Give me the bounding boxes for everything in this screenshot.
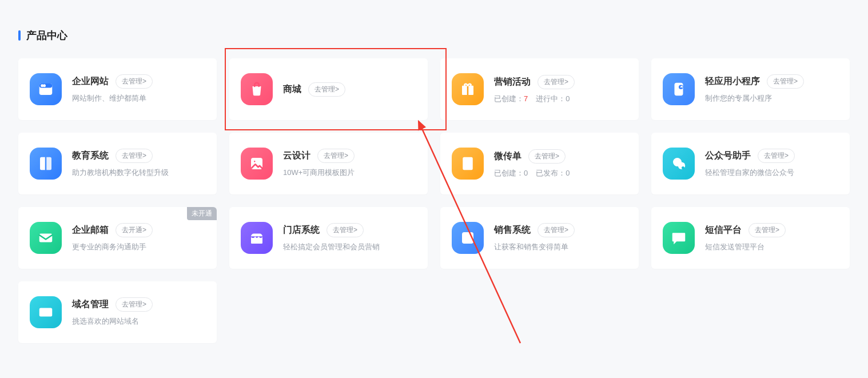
manage-button[interactable]: 去管理>	[317, 149, 355, 163]
card-title: 域名管理	[72, 299, 109, 311]
card-title-row: 门店系统去管理>	[283, 223, 416, 237]
svg-text:W.: W.	[42, 310, 47, 316]
product-card-edu[interactable]: 教育系统去管理>助力教培机构数字化转型升级	[18, 133, 217, 194]
svg-rect-28	[48, 313, 51, 314]
section-title-text: 产品中心	[26, 29, 67, 42]
card-title: 营销活动	[494, 76, 531, 88]
card-title-row: 短信平台去管理>	[705, 223, 838, 237]
open-button[interactable]: 去开通>	[116, 223, 153, 237]
card-stat-label: 进行中：	[536, 94, 566, 103]
wechat-icon	[663, 148, 695, 180]
svg-rect-7	[675, 83, 683, 96]
card-body: 门店系统去管理>轻松搞定会员管理和会员营销	[283, 223, 416, 252]
card-body: 企业网站去管理>网站制作、维护都简单	[72, 74, 205, 104]
card-subtitle: 网站制作、维护都简单	[72, 93, 205, 104]
manage-button[interactable]: 去管理>	[308, 82, 345, 97]
manage-button[interactable]: 去管理>	[537, 223, 575, 237]
product-card-mail[interactable]: 企业邮箱去开通>更专业的商务沟通助手未开通	[18, 207, 217, 269]
card-body: 企业邮箱去开通>更专业的商务沟通助手	[72, 223, 205, 252]
card-title-row: 教育系统去管理>	[72, 149, 205, 163]
card-body: 教育系统去管理>助力教培机构数字化转型升级	[72, 149, 205, 178]
manage-button[interactable]: 去管理>	[116, 297, 153, 312]
image-icon	[241, 148, 273, 180]
card-stat: 已发布：0	[536, 168, 570, 178]
product-card-domain[interactable]: W.域名管理去管理>挑选喜欢的网站域名	[18, 281, 217, 343]
manage-button[interactable]: 去管理>	[748, 223, 786, 237]
card-title: 销售系统	[494, 224, 531, 236]
card-body: 轻应用小程序去管理>制作您的专属小程序	[705, 74, 838, 104]
card-stat-label: 已发布：	[536, 169, 566, 177]
product-card-store[interactable]: 门店系统去管理>轻松搞定会员管理和会员营销	[229, 207, 428, 269]
product-card-flyer[interactable]: 微传单去管理>已创建：0已发布：0	[440, 133, 639, 194]
card-title: 门店系统	[283, 224, 320, 236]
card-stats: 已创建：7进行中：0	[494, 94, 627, 104]
manage-button[interactable]: 去管理>	[758, 149, 795, 163]
svg-rect-24	[675, 238, 680, 240]
svg-rect-22	[464, 241, 469, 242]
section-title-bar	[18, 30, 21, 41]
svg-point-2	[42, 85, 43, 87]
card-body: 公众号助手去管理>轻松管理自家的微信公众号	[705, 149, 838, 178]
card-body: 域名管理去管理>挑选喜欢的网站域名	[72, 297, 205, 327]
card-stat: 进行中：0	[536, 94, 570, 104]
manage-button[interactable]: 去管理>	[327, 223, 364, 237]
card-stat-value: 7	[524, 94, 528, 103]
card-title-row: 销售系统去管理>	[494, 223, 627, 237]
manage-button[interactable]: 去管理>	[537, 75, 575, 89]
product-card-wechat[interactable]: 公众号助手去管理>轻松管理自家的微信公众号	[651, 133, 850, 194]
card-title-row: 企业邮箱去开通>	[72, 223, 205, 237]
manage-button[interactable]: 去管理>	[116, 74, 153, 89]
card-title-row: 轻应用小程序去管理>	[705, 74, 838, 89]
card-subtitle: 短信发送管理平台	[705, 242, 838, 252]
product-card-website[interactable]: 企业网站去管理>网站制作、维护都简单	[18, 58, 217, 120]
card-title-row: 公众号助手去管理>	[705, 149, 838, 163]
card-title-row: 商城去管理>	[283, 82, 416, 97]
card-stat-value: 0	[566, 169, 570, 177]
card-title: 企业网站	[72, 75, 109, 87]
card-title: 微传单	[494, 150, 521, 162]
product-card-design[interactable]: 云设计去管理>10W+可商用模板图片	[229, 133, 428, 194]
card-subtitle: 更专业的商务沟通助手	[72, 242, 205, 252]
card-title-row: 云设计去管理>	[283, 149, 416, 163]
card-title: 企业邮箱	[72, 224, 109, 236]
card-stat: 已创建：7	[494, 94, 528, 104]
card-subtitle: 轻松搞定会员管理和会员营销	[283, 242, 416, 252]
card-body: 销售系统去管理>让获客和销售变得简单	[494, 223, 627, 252]
card-body: 营销活动去管理>已创建：7进行中：0	[494, 75, 627, 104]
not-opened-badge: 未开通	[187, 207, 217, 220]
manage-button[interactable]: 去管理>	[528, 149, 566, 164]
card-title-row: 域名管理去管理>	[72, 297, 205, 312]
browser-icon	[30, 73, 62, 105]
card-title: 教育系统	[72, 150, 109, 162]
card-subtitle: 制作您的专属小程序	[705, 93, 838, 104]
svg-rect-12	[465, 160, 471, 162]
manage-button[interactable]: 去管理>	[116, 149, 153, 163]
card-body: 微传单去管理>已创建：0已发布：0	[494, 149, 627, 178]
list-icon	[452, 222, 484, 254]
chat-icon	[663, 222, 695, 254]
product-card-sms[interactable]: 短信平台去管理>短信发送管理平台	[651, 207, 850, 269]
product-card-mall[interactable]: 商城去管理>	[229, 58, 428, 120]
card-stat-value: 0	[524, 169, 528, 177]
svg-rect-21	[464, 238, 472, 240]
svg-rect-13	[465, 163, 471, 165]
card-title: 公众号助手	[705, 150, 751, 162]
card-stat-label: 已创建：	[494, 94, 524, 103]
svg-rect-27	[48, 311, 51, 312]
card-stat-value: 0	[566, 94, 570, 103]
gift-icon	[452, 73, 484, 105]
card-subtitle: 10W+可商用模板图片	[283, 168, 416, 178]
product-card-marketing[interactable]: 营销活动去管理>已创建：7进行中：0	[440, 58, 639, 120]
bag-icon	[241, 73, 273, 105]
card-stat-label: 已创建：	[494, 169, 524, 177]
card-title-row: 微传单去管理>	[494, 149, 627, 164]
card-title-row: 营销活动去管理>	[494, 75, 627, 89]
card-body: 云设计去管理>10W+可商用模板图片	[283, 149, 416, 178]
product-grid: 企业网站去管理>网站制作、维护都简单商城去管理>营销活动去管理>已创建：7进行中…	[18, 58, 850, 343]
svg-rect-18	[39, 234, 53, 242]
product-card-miniapp[interactable]: 轻应用小程序去管理>制作您的专属小程序	[651, 58, 850, 120]
product-card-sales[interactable]: 销售系统去管理>让获客和销售变得简单	[440, 207, 639, 269]
manage-button[interactable]: 去管理>	[767, 74, 804, 89]
store-icon	[241, 222, 273, 254]
card-body: 商城去管理>	[283, 82, 416, 97]
